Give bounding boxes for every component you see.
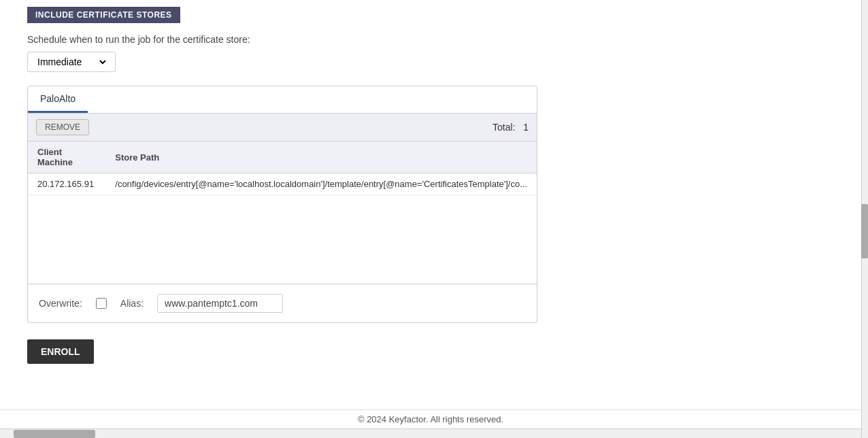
scrollbar-bottom[interactable] (0, 428, 861, 438)
remove-button[interactable]: REMOVE (36, 119, 89, 135)
cell-store-path: /config/devices/entry[@name='localhost.l… (105, 173, 537, 195)
scrollbar-bottom-thumb[interactable] (14, 430, 95, 438)
overwrite-label: Overwrite: (39, 298, 82, 309)
overwrite-checkbox[interactable] (96, 298, 107, 309)
footer: © 2024 Keyfactor. All rights reserved. (0, 409, 861, 428)
schedule-select[interactable]: Immediate Scheduled Manual (35, 56, 108, 68)
alias-input[interactable] (157, 294, 283, 313)
tab-container: PaloAlto REMOVE Total: 1 Clien (27, 86, 537, 323)
total-label: Total: 1 (493, 122, 529, 133)
total-value: 1 (523, 122, 529, 133)
col-store-path: Store Path (105, 141, 537, 173)
tab-header: PaloAlto (28, 86, 537, 114)
schedule-dropdown[interactable]: Immediate Scheduled Manual (27, 52, 116, 72)
table-toolbar: REMOVE Total: 1 (28, 114, 537, 141)
scrollbar-thumb[interactable] (861, 204, 868, 258)
empty-area (28, 195, 537, 284)
tab-content: REMOVE Total: 1 Client Machine Store Pat… (28, 114, 537, 322)
col-client-machine: Client Machine (28, 141, 105, 173)
cell-client-machine: 20.172.165.91 (28, 173, 105, 195)
scrollbar-right[interactable] (861, 0, 868, 438)
certificate-stores-table: Client Machine Store Path 20.172.165.91 … (28, 141, 537, 195)
alias-label: Alias: (120, 298, 144, 309)
table-row[interactable]: 20.172.165.91 /config/devices/entry[@nam… (28, 173, 537, 195)
tab-paloalto[interactable]: PaloAlto (28, 86, 88, 113)
section-header: INCLUDE CERTIFICATE STORES (27, 7, 180, 23)
enroll-button[interactable]: ENROLL (27, 339, 94, 364)
settings-row: Overwrite: Alias: (28, 284, 537, 322)
enroll-section: ENROLL (27, 339, 537, 364)
schedule-label: Schedule when to run the job for the cer… (27, 34, 537, 45)
